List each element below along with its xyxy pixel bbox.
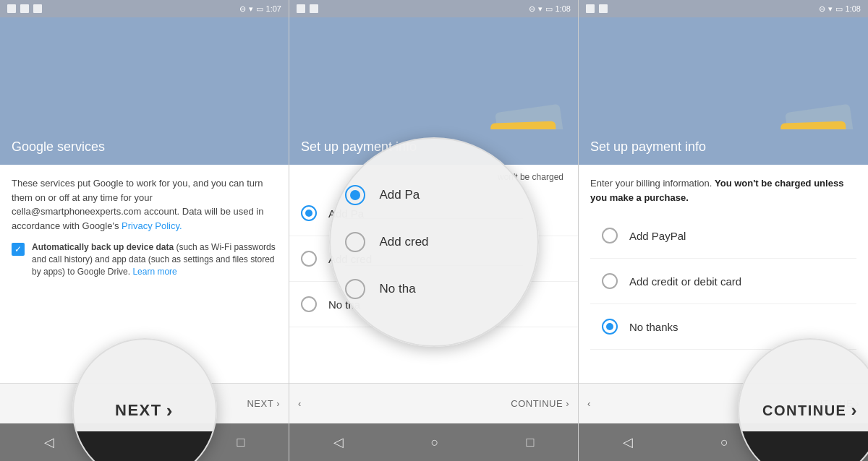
magnify-dark-bottom-3 (739, 431, 868, 461)
radio-nothanks-label-3: No thanks (629, 321, 678, 333)
status-time-2: 1:08 (556, 4, 571, 13)
radio-paypal-circle-2[interactable] (301, 205, 317, 221)
hero-area-3 (579, 17, 868, 129)
wifi-icon-3: ▾ (828, 4, 833, 14)
action-bar-2: ‹ CONTINUE › (289, 383, 578, 423)
magnify-radio-card-text: Add cred (380, 235, 429, 249)
image-icon (20, 4, 29, 13)
bottom-nav-2: ◁ ○ □ (289, 423, 578, 461)
radio-card-circle-3[interactable] (602, 273, 618, 289)
magnify-radio-nothanks-circle[interactable] (345, 279, 365, 299)
magnify-radio-paypal[interactable]: Add Pa (345, 172, 523, 219)
status-bar-2: ⊖ ▾ ▭ 1:08 (289, 0, 578, 17)
magnify-dark-bottom (74, 431, 216, 461)
radio-nothanks-circle-2[interactable] (301, 296, 317, 312)
magnified-next-button[interactable]: NEXT › (115, 400, 174, 422)
notification-icon-3 (586, 4, 595, 13)
radio-card-label-3: Add credit or debit card (629, 275, 741, 288)
magnified-radio-list: Add Pa Add cred No tha (331, 165, 537, 319)
card-front-3 (780, 121, 847, 129)
battery-icon-3: ▭ (835, 4, 843, 14)
wifi-icon-2: ▾ (538, 4, 542, 14)
image-icon-3 (599, 4, 608, 13)
phone-screen-1: ⊖ ▾ ▭ 1:07 Google services These service… (0, 0, 289, 461)
radio-item-card-3[interactable]: Add credit or debit card (590, 259, 856, 304)
screen-title-1: Google services (12, 139, 277, 155)
back-button-2[interactable]: ‹ (298, 398, 302, 409)
status-icons-right-2: ⊖ ▾ ▭ 1:08 (529, 4, 571, 14)
radio-nothanks-circle-3[interactable] (602, 319, 618, 335)
status-icons-right: ⊖ ▾ ▭ 1:07 (239, 4, 281, 14)
recents-nav-icon-2[interactable]: □ (527, 435, 535, 450)
back-nav-icon-3[interactable]: ◁ (623, 434, 633, 450)
magnify-radio: Add Pa Add cred No tha (329, 137, 539, 347)
radio-paypal-circle-3[interactable] (602, 228, 618, 244)
home-nav-icon-3[interactable]: ○ (720, 435, 728, 450)
status-time-3: 1:08 (846, 4, 861, 13)
billing-text: Enter your billing information. You won'… (590, 176, 856, 204)
back-button-3[interactable]: ‹ (587, 398, 591, 409)
radio-card-circle-2[interactable] (301, 251, 317, 267)
battery-icon-2: ▭ (545, 4, 553, 14)
battery-icon: ▭ (256, 4, 263, 14)
image-icon-2 (310, 4, 318, 13)
signal-icon: ⊖ (239, 4, 246, 14)
signal-icon-3: ⊖ (819, 4, 825, 14)
recents-nav-icon[interactable]: □ (237, 435, 245, 450)
magnified-continue-button[interactable]: CONTINUE › (762, 400, 858, 421)
home-nav-icon-2[interactable]: ○ (431, 435, 439, 450)
magnify-radio-card[interactable]: Add cred (345, 219, 523, 266)
screen-title-3: Set up payment info (590, 139, 856, 155)
card-front-2 (490, 121, 557, 129)
magnify-radio-nothanks[interactable]: No tha (345, 266, 523, 312)
description-text-1: These services put Google to work for yo… (12, 176, 277, 233)
status-bar-1: ⊖ ▾ ▭ 1:07 (0, 0, 289, 17)
notification-icon (7, 4, 16, 13)
continue-button-2[interactable]: CONTINUE › (511, 398, 569, 409)
backup-checkbox-row[interactable]: Automatically back up device data (such … (12, 241, 277, 277)
radio-item-paypal-3[interactable]: Add PayPal (590, 213, 856, 259)
phone-screen-2: ⊖ ▾ ▭ 1:08 Set up payment info won't be … (289, 0, 579, 461)
backup-checkbox[interactable] (12, 243, 25, 256)
radio-list-3: Add PayPal Add credit or debit card No t… (590, 213, 856, 350)
hero-area-1 (0, 17, 289, 129)
magnify-radio-card-circle[interactable] (345, 232, 365, 252)
phone-screen-3: ⊖ ▾ ▭ 1:08 Set up payment info Enter you… (579, 0, 868, 461)
status-bar-3: ⊖ ▾ ▭ 1:08 (579, 0, 868, 17)
notification-icon-2 (297, 4, 305, 13)
backup-label: Automatically back up device data (such … (32, 241, 277, 277)
next-button[interactable]: NEXT › (247, 398, 280, 409)
magnify-radio-paypal-text: Add Pa (380, 188, 420, 202)
learn-more-link[interactable]: Learn more (132, 267, 176, 277)
status-icons-left-2 (297, 4, 318, 13)
magnify-radio-paypal-circle[interactable] (345, 185, 365, 205)
title-bar-3: Set up payment info (579, 129, 868, 165)
privacy-link[interactable]: Privacy Policy. (122, 220, 182, 231)
signal-icon-2: ⊖ (529, 4, 535, 14)
status-icons-right-3: ⊖ ▾ ▭ 1:08 (819, 4, 861, 14)
status-time: 1:07 (266, 4, 281, 13)
back-nav-icon[interactable]: ◁ (44, 434, 54, 450)
status-icons-left-3 (586, 4, 608, 13)
title-bar-1: Google services (0, 129, 289, 165)
back-nav-icon-2[interactable]: ◁ (333, 434, 344, 450)
wifi-icon: ▾ (249, 4, 253, 14)
magnify-radio-nothanks-text: No tha (380, 282, 416, 296)
radio-paypal-label-3: Add PayPal (629, 230, 686, 242)
hero-area-2 (289, 17, 578, 129)
message-icon (33, 4, 42, 13)
status-icons-left (7, 4, 42, 13)
